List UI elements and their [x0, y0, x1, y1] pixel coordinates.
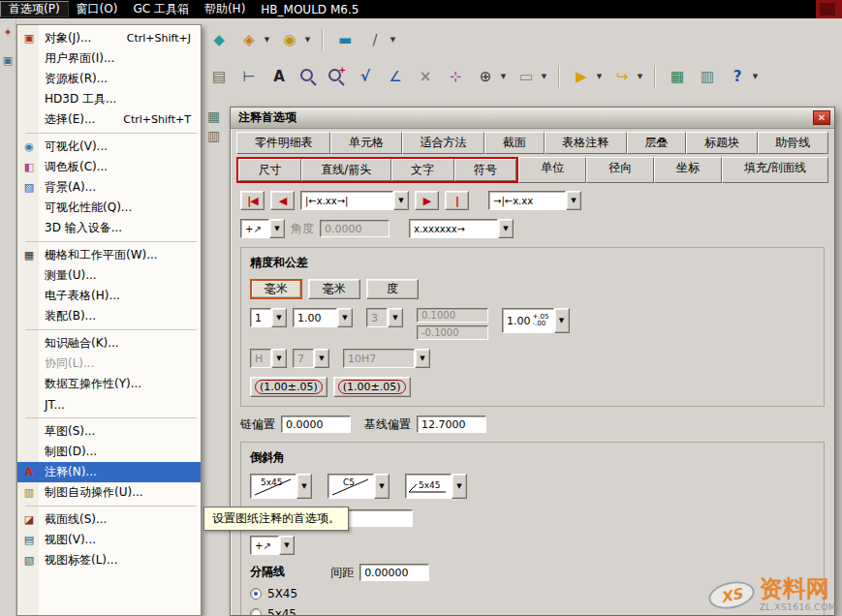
unit-mm2-button[interactable]: 毫米 [308, 279, 360, 299]
hruler-icon[interactable]: ⊢ [237, 65, 261, 88]
zoom-icon[interactable] [297, 66, 319, 87]
tab-line-arrow[interactable]: 直线/箭头 [301, 159, 391, 181]
menu-item-user-interface[interactable]: 用户界面(I)... [17, 48, 201, 69]
radio-selected-icon[interactable] [250, 588, 262, 600]
ring-icon[interactable]: ◉ [278, 28, 301, 51]
chevron-down-icon[interactable]: ▼ [271, 308, 287, 327]
angle-icon[interactable]: ∠ [384, 65, 407, 88]
menubar-item-gc-toolbox[interactable]: GC 工具箱 [125, 1, 197, 17]
tab-title-block[interactable]: 标题块 [686, 132, 757, 154]
chevron-down-icon[interactable]: ▼ [498, 219, 514, 238]
zoom-in-icon[interactable]: + [326, 66, 347, 87]
table-icon[interactable]: ▦ [666, 65, 689, 88]
menu-item-visualization[interactable]: ◉ 可视化(V)... [17, 137, 201, 157]
menu-item-drafting-automation[interactable]: ▥ 制图自动操作(U)... [17, 482, 201, 503]
tab-stacking[interactable]: 层叠 [627, 132, 686, 154]
chamfer-style2-combo[interactable]: C5 ▼ [327, 474, 390, 501]
chevron-down-icon[interactable]: ▼ [499, 73, 508, 80]
chamfer-style3-combo[interactable]: 5x45 ▼ [405, 474, 467, 501]
radio-icon[interactable] [250, 608, 262, 615]
chain-offset-field[interactable]: 0.0000 [281, 416, 351, 433]
text-icon[interactable]: A [267, 65, 291, 88]
point-icon[interactable]: ⊕ [474, 65, 497, 88]
menubar-item-window[interactable]: 窗口(O) [69, 1, 126, 17]
dim-offset-combo[interactable]: →|←x.xx ▼ [488, 191, 581, 210]
dim-right-arrow-button[interactable]: ▶ [415, 191, 439, 210]
menu-item-measure[interactable]: 测量(U)... [17, 265, 201, 286]
fit-style-combo[interactable]: 10H7 ▼ [343, 349, 430, 368]
tab-symbol[interactable]: 符号 [454, 159, 517, 181]
menu-item-sketch[interactable]: 草图(S)... [17, 421, 201, 442]
dim-left-arrow-button[interactable]: ◀ [270, 191, 295, 210]
tab-dimension[interactable]: 尺寸 [238, 159, 301, 181]
chevron-down-icon[interactable]: ▼ [296, 474, 312, 499]
chevron-down-icon[interactable]: ▼ [389, 36, 397, 44]
menu-item-drafting[interactable]: 制图(D)... [17, 442, 201, 462]
menu-item-assemblies[interactable]: 装配(B)... [17, 306, 201, 326]
menu-item-object[interactable]: ▣ 对象(J)... Ctrl+Shift+J [17, 28, 201, 48]
leader-style-combo[interactable]: +↗ ▼ [240, 219, 285, 238]
dim-extent-combo[interactable]: |←x.xx→| ▼ [300, 191, 409, 210]
tab-tabular-note[interactable]: 表格注释 [545, 132, 627, 154]
tolerance-style-combo[interactable]: 1.00 +.05 -.00 ▼ [502, 308, 570, 333]
unit-degree-button[interactable]: 度 [366, 279, 419, 299]
separator-option-1[interactable]: 5X45 [250, 585, 297, 602]
delete-x-icon[interactable]: × [414, 65, 437, 88]
chevron-down-icon[interactable]: ▼ [337, 308, 353, 327]
menu-item-resource-bar[interactable]: 资源板(R)... [17, 69, 201, 89]
separator-option-2[interactable]: 5x45 [250, 605, 297, 615]
menu-item-visualization-performance[interactable]: 可视化性能(Q)... [17, 198, 201, 218]
menu-item-jt[interactable]: JT... [17, 394, 201, 415]
menu-item-background[interactable]: ▨ 背景(A)... [17, 177, 201, 198]
chamfer-style1-combo[interactable]: 5x45 ▼ [250, 474, 312, 501]
dim-value-combo[interactable]: 1.00 ▼ [293, 308, 353, 327]
menu-item-data-interop[interactable]: 数据互操作性(Y)... [17, 374, 201, 394]
chevron-down-icon[interactable]: ▼ [751, 73, 760, 80]
tab-ribline[interactable]: 助骨线 [758, 132, 828, 154]
menu-item-spreadsheet[interactable]: 电子表格(H)... [17, 286, 201, 306]
dim-pattern-combo[interactable]: x.xxxxxx→ ▼ [409, 219, 514, 238]
ruler-icon[interactable]: ▬ [333, 28, 357, 51]
snap-icon[interactable]: ⊹ [444, 65, 467, 88]
tab-cell[interactable]: 单元格 [330, 132, 401, 154]
stamp-icon[interactable]: ◈ [237, 28, 261, 51]
menu-item-annotation[interactable]: A 注释(N)... [17, 462, 201, 482]
chamfer-leader-combo[interactable]: +↗ ▼ [250, 536, 295, 555]
spacing-field[interactable]: 0.00000 [359, 564, 429, 581]
tab-coordinate[interactable]: 坐标 [654, 157, 722, 183]
dim-places-combo[interactable]: 1 ▼ [250, 308, 287, 327]
chevron-down-icon[interactable]: ▼ [279, 536, 295, 555]
sqrt-icon[interactable]: √ [354, 65, 377, 88]
chevron-down-icon[interactable]: ▼ [263, 36, 271, 44]
dim-right-bar-button[interactable]: | [445, 191, 469, 210]
chevron-down-icon[interactable]: ▼ [269, 219, 285, 238]
gem-icon[interactable]: ◆ [207, 28, 231, 51]
arrow-skip-icon[interactable]: ▶ [570, 65, 593, 88]
chevron-down-icon[interactable]: ▼ [415, 349, 430, 368]
tolerance-preview1-button[interactable]: (1.00±.05) [250, 377, 327, 397]
grid-icon[interactable]: ▦ [207, 108, 220, 124]
menu-item-grid-workplane[interactable]: ▦ 栅格和工作平面(W)... [17, 245, 201, 265]
chevron-down-icon[interactable]: ▼ [393, 191, 409, 210]
pencil-icon[interactable]: ∕ [363, 28, 387, 51]
tolerance-preview2-button[interactable]: (1.00±.05) [333, 377, 411, 397]
chevron-down-icon[interactable]: ▼ [595, 73, 604, 80]
menubar-item-help[interactable]: 帮助(H) [197, 1, 253, 17]
chevron-down-icon[interactable]: ▼ [636, 73, 644, 80]
tab-parts-list[interactable]: 零件明细表 [236, 132, 330, 154]
arrow-return-icon[interactable]: ↪ [610, 65, 634, 88]
tab-section[interactable]: 截面 [484, 132, 544, 154]
close-icon[interactable]: ✕ [813, 110, 830, 125]
note-icon[interactable]: ▤ [207, 65, 231, 88]
tab-fit-method[interactable]: 适合方法 [402, 132, 484, 154]
tab-unit[interactable]: 单位 [518, 157, 586, 183]
menu-item-3d-input-device[interactable]: 3D 输入设备... [17, 218, 201, 238]
tab-hatch[interactable]: 填充/剖面线 [722, 157, 828, 183]
dim-left-bar-arrow-button[interactable]: |◀ [240, 191, 265, 210]
menubar-item-preferences[interactable]: 首选项(P) [0, 1, 69, 17]
sheet-icon[interactable]: ▥ [207, 128, 220, 143]
baseline-offset-field[interactable]: 12.7000 [417, 416, 486, 433]
chevron-down-icon[interactable]: ▼ [452, 474, 467, 499]
help-icon[interactable]: ? [726, 65, 749, 88]
chevron-down-icon[interactable]: ▼ [303, 36, 312, 44]
